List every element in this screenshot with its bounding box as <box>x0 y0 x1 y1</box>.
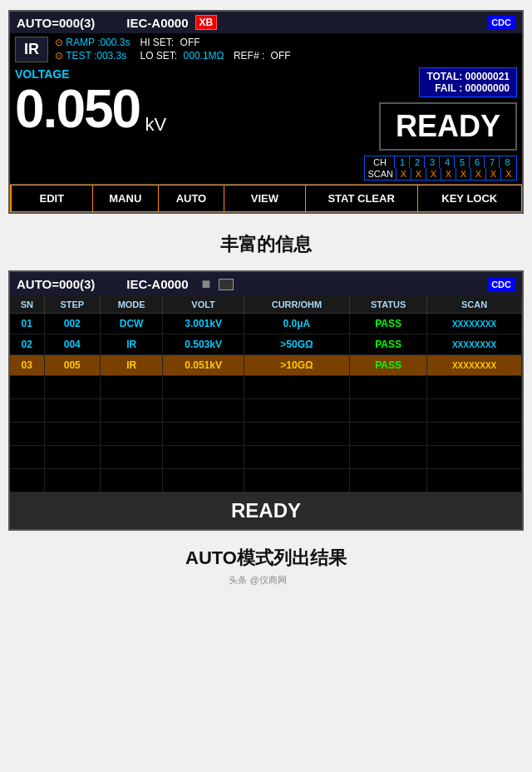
auto-button[interactable]: AUTO <box>159 185 224 212</box>
td-empty <box>427 399 522 423</box>
table-row-empty <box>10 399 522 423</box>
td-empty <box>244 446 349 469</box>
td-empty <box>163 399 244 423</box>
scan-4: X <box>441 168 456 180</box>
panel-1: AUTO=000(3) IEC-A0000 XB CDC IR ⊙ RAMP :… <box>8 10 524 214</box>
hi-set-label: HI SET: <box>140 37 175 48</box>
td-empty <box>244 399 349 423</box>
stat-clear-button[interactable]: STAT CLEAR <box>306 185 418 212</box>
td-scan: XXXXXXXX <box>427 355 522 376</box>
td-sn: 01 <box>10 314 44 334</box>
hi-lo-col: HI SET: OFF LO SET: 000.1MΩ REF# : OFF <box>140 37 291 62</box>
view-button[interactable]: VIEW <box>224 185 306 212</box>
caption1: 丰富的信息 <box>220 220 312 267</box>
th-curr: CURR/OHM <box>244 296 349 314</box>
caption2-sub: 头条 @仪商网 <box>229 574 303 593</box>
voltage-left: VOLTAGE 0.050 kV <box>15 67 379 151</box>
table-row-empty <box>10 423 522 446</box>
td-step: 004 <box>44 334 100 355</box>
total-label: TOTAL: <box>426 71 462 82</box>
td-empty <box>44 376 100 399</box>
key-lock-button[interactable]: KEY LOCK <box>418 185 523 212</box>
ch-2: 2 <box>410 156 425 168</box>
lo-set-value: 000.1MΩ <box>184 50 224 62</box>
td-empty <box>44 469 100 492</box>
th-mode: MODE <box>100 296 162 314</box>
ramp-test-col: ⊙ RAMP :000.3s ⊙ TEST :003.3s <box>55 37 131 62</box>
td-empty <box>244 376 349 399</box>
td-empty <box>350 399 427 423</box>
ch-6: 6 <box>470 156 485 168</box>
ch-scan-area: CH 1 2 3 4 5 6 7 8 SCAN X X X X X X X X <box>10 154 522 184</box>
td-empty <box>100 423 162 446</box>
td-curr: >50GΩ <box>244 334 349 355</box>
table-row-empty <box>10 446 522 469</box>
td-empty <box>350 423 427 446</box>
panel1-header: AUTO=000(3) IEC-A0000 XB CDC <box>10 12 522 33</box>
table-row: 03 005 IR 0.051kV >10GΩ PASS XXXXXXXX <box>10 355 522 376</box>
td-empty <box>100 469 162 492</box>
panel-2: AUTO=000(3) IEC-A0000 ■ CDC SN STEP MODE… <box>8 270 524 531</box>
test-label: TEST <box>66 50 91 62</box>
th-step: STEP <box>44 296 100 314</box>
ch-3: 3 <box>425 156 440 168</box>
ir-badge: IR <box>15 37 48 62</box>
th-scan: SCAN <box>427 296 522 314</box>
scan-1: X <box>397 168 411 180</box>
xb-badge: XB <box>195 15 218 30</box>
th-volt: VOLT <box>163 296 244 314</box>
td-mode: IR <box>100 334 162 355</box>
scan-5: X <box>456 168 471 180</box>
panel2-disk-box <box>219 279 234 290</box>
ch-row: CH 1 2 3 4 5 6 7 8 <box>365 156 516 168</box>
fail-label: FAIL : <box>435 82 462 94</box>
ch-label: CH <box>365 156 395 168</box>
total-value: 00000021 <box>466 71 510 82</box>
manu-button[interactable]: MANU <box>93 185 159 212</box>
td-scan: XXXXXXXX <box>427 334 522 355</box>
td-empty <box>10 399 44 423</box>
td-status: PASS <box>350 355 427 376</box>
scan-8: X <box>501 168 516 180</box>
ch-4: 4 <box>440 156 455 168</box>
td-empty <box>10 469 44 492</box>
ch-5: 5 <box>455 156 470 168</box>
voltage-unit: kV <box>145 114 167 135</box>
td-sn: 03 <box>10 355 44 376</box>
td-empty <box>10 376 44 399</box>
td-empty <box>350 446 427 469</box>
disk-icon: ■ <box>202 275 211 293</box>
td-empty <box>427 469 522 492</box>
td-empty <box>427 446 522 469</box>
td-empty <box>163 469 244 492</box>
td-scan: XXXXXXXX <box>427 314 522 334</box>
info-row: IR ⊙ RAMP :000.3s ⊙ TEST :003.3s HI SET:… <box>10 33 522 66</box>
panel2-header: AUTO=000(3) IEC-A0000 ■ CDC <box>10 272 522 296</box>
table-row-empty <box>10 469 522 492</box>
td-mode: IR <box>100 355 162 376</box>
td-status: PASS <box>350 334 427 355</box>
ch-8: 8 <box>500 156 515 168</box>
ref-value: OFF <box>271 50 291 62</box>
scan-label: SCAN <box>365 168 397 180</box>
ch-scan-table: CH 1 2 3 4 5 6 7 8 SCAN X X X X X X X X <box>364 156 517 181</box>
panel2-iec-label: IEC-A0000 <box>126 277 188 291</box>
td-empty <box>44 423 100 446</box>
ready-bar: READY <box>10 492 522 529</box>
td-volt: 0.051kV <box>163 355 244 376</box>
hi-set-value: OFF <box>180 37 200 48</box>
th-sn: SN <box>10 296 44 314</box>
td-empty <box>163 423 244 446</box>
scan-6: X <box>471 168 486 180</box>
td-empty <box>10 423 44 446</box>
cdc-badge: CDC <box>487 16 515 29</box>
td-empty <box>244 469 349 492</box>
voltage-area: VOLTAGE 0.050 kV TOTAL: 00000021 FAIL : … <box>10 66 522 154</box>
td-step: 002 <box>44 314 100 334</box>
toolbar: EDIT MANU AUTO VIEW STAT CLEAR KEY LOCK <box>10 184 522 212</box>
td-empty <box>44 446 100 469</box>
edit-button[interactable]: EDIT <box>10 185 93 212</box>
td-empty <box>427 423 522 446</box>
scan-3: X <box>426 168 441 180</box>
td-empty <box>163 446 244 469</box>
